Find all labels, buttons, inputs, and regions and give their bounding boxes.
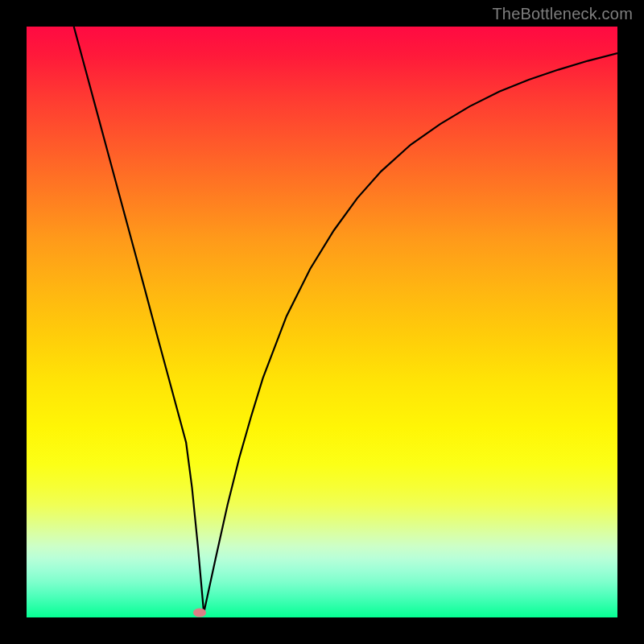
optimal-point-marker bbox=[193, 609, 206, 617]
chart-plot-area bbox=[27, 27, 617, 617]
bottleneck-curve bbox=[27, 27, 617, 617]
watermark-text: TheBottleneck.com bbox=[492, 5, 633, 23]
